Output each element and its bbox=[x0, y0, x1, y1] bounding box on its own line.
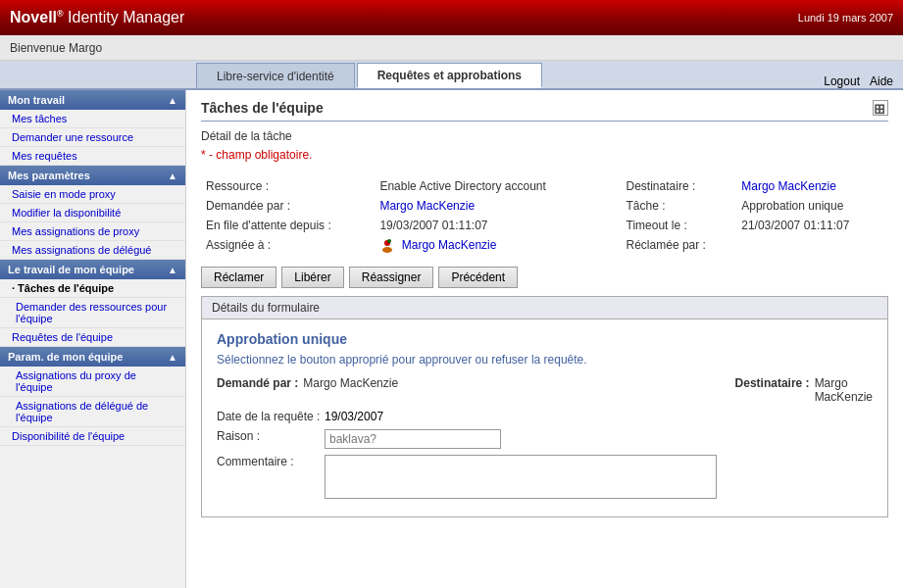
sidebar-item-assignations-proxy-equipe[interactable]: Assignations du proxy de l'équipe bbox=[0, 367, 185, 397]
ressource-label: Ressource : bbox=[201, 176, 375, 196]
subtitle: Détail de la tâche bbox=[201, 129, 888, 143]
sidebar-section-mes-parametres[interactable]: Mes paramètres ▲ bbox=[0, 166, 185, 185]
sidebar-item-modifier-disponibilite[interactable]: Modifier la disponibilité bbox=[0, 204, 185, 222]
app-name: Identity Manager bbox=[68, 9, 184, 25]
precedent-button[interactable]: Précédent bbox=[438, 267, 518, 288]
sidebar-item-demander-ressources-equipe[interactable]: Demander des ressources pour l'équipe bbox=[0, 298, 185, 328]
sidebar-section-param-equipe[interactable]: Param. de mon équipe ▲ bbox=[0, 347, 185, 367]
user-icon bbox=[379, 238, 395, 254]
sidebar-item-disponibilite-equipe[interactable]: Disponibilité de l'équipe bbox=[0, 427, 185, 446]
reclamer-button[interactable]: Réclamer bbox=[201, 267, 276, 288]
liberer-button[interactable]: Libérer bbox=[281, 267, 343, 288]
logout-link[interactable]: Logout bbox=[824, 74, 860, 88]
demande-par-row: Demandé par : Margo MacKenzie Destinatai… bbox=[217, 376, 873, 404]
demandee-par-value: Margo MacKenzie bbox=[375, 196, 601, 216]
demande-par-form-label: Demandé par : bbox=[217, 376, 298, 390]
destinataire-form-label: Destinataire : bbox=[735, 376, 810, 390]
chevron-icon: ▲ bbox=[168, 265, 177, 275]
main-layout: Mon travail ▲ Mes tâches Demander une re… bbox=[0, 90, 903, 588]
sidebar-section-mon-travail[interactable]: Mon travail ▲ bbox=[0, 90, 185, 110]
svg-point-2 bbox=[387, 239, 391, 243]
svg-point-1 bbox=[382, 247, 392, 253]
content-area: Tâches de l'équipe Détail de la tâche * … bbox=[186, 90, 903, 588]
sidebar-item-taches-equipe[interactable]: · Tâches de l'équipe bbox=[0, 279, 185, 298]
sidebar-item-mes-taches[interactable]: Mes tâches bbox=[0, 110, 185, 128]
chevron-icon: ▲ bbox=[168, 171, 177, 181]
destinataire-right: Destinataire : Margo MacKenzie bbox=[735, 376, 873, 404]
header-date: Lundi 19 mars 2007 bbox=[798, 12, 893, 24]
tache-value: Approbation unique bbox=[736, 196, 888, 216]
header: Novell® Identity Manager Lundi 19 mars 2… bbox=[0, 0, 903, 35]
required-note: * - champ obligatoire. bbox=[201, 148, 888, 162]
destinataire-label: Destinataire : bbox=[622, 176, 737, 196]
raison-input[interactable] bbox=[325, 429, 501, 449]
demandee-par-label: Demandée par : bbox=[201, 196, 375, 216]
content-title: Tâches de l'équipe bbox=[201, 100, 888, 122]
grid-icon[interactable] bbox=[873, 100, 888, 116]
form-section-title: Approbation unique bbox=[217, 331, 873, 347]
raison-label: Raison : bbox=[217, 429, 325, 443]
commentaire-textarea[interactable] bbox=[325, 455, 717, 499]
sidebar-item-demander-ressource[interactable]: Demander une ressource bbox=[0, 128, 185, 147]
sidebar-section-travail-equipe[interactable]: Le travail de mon équipe ▲ bbox=[0, 260, 185, 279]
form-details-header: Détails du formulaire bbox=[202, 297, 887, 319]
sidebar-item-assignations-delegue-equipe[interactable]: Assignations de délégué de l'équipe bbox=[0, 397, 185, 427]
destinataire-form-value: Margo MacKenzie bbox=[815, 376, 873, 404]
tab-bar: Libre-service d'identité Requêtes et app… bbox=[0, 61, 903, 90]
sidebar-item-mes-assignations-delegue[interactable]: Mes assignations de délégué bbox=[0, 241, 185, 260]
date-value: 19/03/2007 bbox=[325, 410, 383, 423]
en-file-label: En file d'attente depuis : bbox=[201, 216, 375, 235]
timeout-label: Timeout le : bbox=[622, 216, 737, 235]
chevron-icon: ▲ bbox=[168, 352, 177, 363]
raison-row: Raison : bbox=[217, 429, 873, 449]
sidebar-item-requetes-equipe[interactable]: Requêtes de l'équipe bbox=[0, 328, 185, 347]
timeout-value: 21/03/2007 01:11:07 bbox=[736, 216, 888, 235]
novell-text: Novell bbox=[10, 9, 57, 25]
tab-right-links: Logout Aide bbox=[824, 74, 903, 88]
sidebar-item-saisie-proxy[interactable]: Saisie en mode proxy bbox=[0, 185, 185, 204]
assignee-value: Margo MacKenzie bbox=[375, 235, 601, 257]
task-table: Ressource : Enable Active Directory acco… bbox=[201, 176, 888, 257]
sidebar-item-mes-requetes[interactable]: Mes requêtes bbox=[0, 147, 185, 166]
tache-label: Tâche : bbox=[622, 196, 737, 216]
tab-libre-service[interactable]: Libre-service d'identité bbox=[196, 63, 355, 88]
chevron-icon: ▲ bbox=[168, 95, 177, 106]
assignee-label: Assignée à : bbox=[201, 235, 375, 257]
welcome-bar: Bienvenue Margo bbox=[0, 35, 903, 61]
sidebar-item-mes-assignations-proxy[interactable]: Mes assignations de proxy bbox=[0, 222, 185, 241]
date-row: Date de la requête : 19/03/2007 bbox=[217, 410, 873, 423]
commentaire-label: Commentaire : bbox=[217, 455, 325, 468]
reassigner-button[interactable]: Réassigner bbox=[349, 267, 434, 288]
destinataire-value: Margo MacKenzie bbox=[736, 176, 888, 196]
reclamee-par-value bbox=[736, 235, 888, 257]
ressource-value: Enable Active Directory account bbox=[375, 176, 601, 196]
commentaire-row: Commentaire : bbox=[217, 455, 873, 499]
form-instruction: Sélectionnez le bouton approprié pour ap… bbox=[217, 353, 873, 367]
demande-par-form-value: Margo MacKenzie bbox=[303, 376, 398, 390]
app-logo: Novell® Identity Manager bbox=[10, 9, 184, 26]
date-label: Date de la requête : bbox=[217, 410, 325, 423]
tab-requetes[interactable]: Requêtes et approbations bbox=[357, 63, 542, 88]
aide-link[interactable]: Aide bbox=[870, 74, 893, 88]
welcome-text: Bienvenue Margo bbox=[10, 41, 102, 55]
action-buttons: Réclamer Libérer Réassigner Précédent bbox=[201, 267, 888, 288]
en-file-value: 19/03/2007 01:11:07 bbox=[375, 216, 601, 235]
sidebar: Mon travail ▲ Mes tâches Demander une re… bbox=[0, 90, 186, 588]
form-details-body: Approbation unique Sélectionnez le bouto… bbox=[202, 319, 887, 516]
reclamee-par-label: Réclamée par : bbox=[622, 235, 737, 257]
form-details: Détails du formulaire Approbation unique… bbox=[201, 296, 888, 517]
registered-mark: ® bbox=[57, 9, 64, 19]
